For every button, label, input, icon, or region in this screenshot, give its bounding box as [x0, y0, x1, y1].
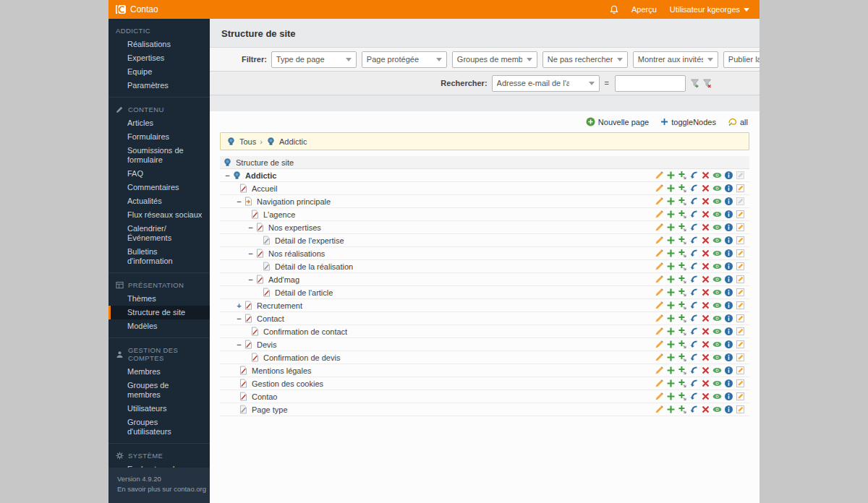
copy-icon[interactable]	[666, 171, 676, 180]
sidebar-item-utilisateurs[interactable]: Utilisateurs	[109, 402, 210, 416]
edit-articles-icon[interactable]	[736, 327, 745, 336]
tree-page-label[interactable]: Nos réalisations	[268, 249, 655, 258]
tree-page-label[interactable]: Contact	[257, 314, 655, 323]
filter-select-1[interactable]: Page protégée	[362, 51, 447, 68]
info-icon[interactable]	[724, 171, 733, 180]
sidebar-item-calendrier-v-nements[interactable]: Calendrier/Événements	[109, 222, 210, 245]
copy-with-children-icon[interactable]	[678, 249, 687, 258]
edit-articles-icon[interactable]	[736, 353, 745, 362]
copy-with-children-icon[interactable]	[678, 314, 687, 323]
delete-icon[interactable]	[701, 314, 710, 323]
copy-with-children-icon[interactable]	[678, 171, 687, 180]
delete-icon[interactable]	[701, 249, 710, 258]
cut-icon[interactable]	[689, 340, 699, 349]
breadcrumb-item-addictic[interactable]: Addictic	[266, 137, 307, 146]
edit-articles-icon[interactable]	[736, 236, 745, 245]
sidebar-item-faq[interactable]: FAQ	[109, 167, 210, 181]
published-toggle-icon[interactable]	[712, 236, 722, 245]
copy-icon[interactable]	[666, 223, 676, 232]
sidebar-item-formulaires[interactable]: Formulaires	[109, 130, 210, 144]
edit-articles-icon[interactable]	[736, 223, 745, 232]
sidebar-item-actualit-s[interactable]: Actualités	[109, 194, 210, 208]
toggle-all-button[interactable]: all	[728, 117, 748, 126]
edit-articles-icon[interactable]	[736, 340, 745, 349]
delete-icon[interactable]	[701, 340, 710, 349]
published-toggle-icon[interactable]	[712, 366, 722, 375]
info-icon[interactable]	[724, 249, 733, 258]
delete-icon[interactable]	[701, 197, 710, 206]
published-toggle-icon[interactable]	[712, 301, 722, 310]
collapse-toggle[interactable]: −	[234, 198, 244, 205]
delete-icon[interactable]	[701, 262, 710, 271]
edit-articles-icon[interactable]	[736, 249, 745, 258]
delete-icon[interactable]	[701, 171, 710, 180]
copy-icon[interactable]	[666, 197, 676, 206]
info-icon[interactable]	[724, 314, 733, 323]
edit-icon[interactable]	[655, 340, 664, 349]
tree-page-label[interactable]: Devis	[257, 340, 655, 349]
contao-org-link[interactable]: En savoir plus sur contao.org	[117, 485, 206, 493]
info-icon[interactable]	[724, 366, 733, 375]
info-icon[interactable]	[724, 236, 733, 245]
cut-icon[interactable]	[689, 197, 699, 206]
published-toggle-icon[interactable]	[712, 262, 722, 271]
copy-with-children-icon[interactable]	[678, 405, 687, 414]
info-icon[interactable]	[724, 262, 733, 271]
copy-with-children-icon[interactable]	[678, 236, 687, 245]
published-toggle-icon[interactable]	[712, 392, 722, 401]
copy-with-children-icon[interactable]	[678, 366, 687, 375]
cut-icon[interactable]	[689, 236, 699, 245]
collapse-toggle[interactable]: −	[246, 276, 255, 283]
sidebar-item-th-mes[interactable]: Thèmes	[109, 292, 210, 306]
sidebar-item-expertises[interactable]: Expertises	[109, 51, 210, 65]
published-toggle-icon[interactable]	[712, 353, 722, 362]
edit-articles-icon[interactable]	[736, 262, 745, 271]
edit-icon[interactable]	[655, 275, 664, 284]
info-icon[interactable]	[724, 184, 733, 193]
copy-with-children-icon[interactable]	[678, 340, 687, 349]
published-toggle-icon[interactable]	[712, 223, 722, 232]
copy-with-children-icon[interactable]	[678, 275, 687, 284]
search-input[interactable]	[615, 75, 686, 92]
cut-icon[interactable]	[689, 379, 699, 388]
user-menu[interactable]: Utilisateur kgeorges	[670, 5, 749, 14]
cut-icon[interactable]	[689, 275, 699, 284]
delete-icon[interactable]	[701, 184, 710, 193]
published-toggle-icon[interactable]	[712, 210, 722, 219]
edit-icon[interactable]	[655, 392, 664, 401]
edit-icon[interactable]	[655, 262, 664, 271]
copy-icon[interactable]	[666, 327, 676, 336]
info-icon[interactable]	[724, 392, 733, 401]
copy-with-children-icon[interactable]	[678, 379, 687, 388]
edit-icon[interactable]	[655, 249, 664, 258]
new-page-button[interactable]: Nouvelle page	[586, 117, 649, 126]
delete-icon[interactable]	[701, 236, 710, 245]
published-toggle-icon[interactable]	[712, 340, 722, 349]
tree-page-label[interactable]: Détail de l'article	[275, 288, 655, 297]
cut-icon[interactable]	[689, 288, 699, 297]
copy-icon[interactable]	[666, 314, 676, 323]
edit-icon[interactable]	[655, 171, 664, 180]
sidebar-item-flux-r-seaux-sociaux[interactable]: Flux réseaux sociaux	[109, 208, 210, 222]
cut-icon[interactable]	[689, 210, 699, 219]
cut-icon[interactable]	[689, 262, 699, 271]
edit-icon[interactable]	[655, 236, 664, 245]
sidebar-item-groupes-de-membres[interactable]: Groupes de membres	[109, 379, 210, 402]
edit-icon[interactable]	[655, 223, 664, 232]
copy-icon[interactable]	[666, 340, 676, 349]
remove-filter-icon[interactable]	[702, 79, 712, 88]
info-icon[interactable]	[724, 210, 733, 219]
info-icon[interactable]	[724, 275, 733, 284]
sidebar-item-soumissions-de-formulaire[interactable]: Soumissions de formulaire	[109, 144, 210, 167]
edit-articles-icon[interactable]	[736, 210, 745, 219]
tree-page-label[interactable]: Navigation principale	[257, 197, 655, 206]
tree-page-label[interactable]: Add'mag	[268, 275, 655, 284]
copy-icon[interactable]	[666, 236, 676, 245]
cut-icon[interactable]	[689, 392, 699, 401]
delete-icon[interactable]	[701, 327, 710, 336]
published-toggle-icon[interactable]	[712, 184, 722, 193]
published-toggle-icon[interactable]	[712, 327, 722, 336]
copy-icon[interactable]	[666, 275, 676, 284]
preview-link[interactable]: Aperçu	[631, 5, 657, 14]
copy-with-children-icon[interactable]	[678, 262, 687, 271]
